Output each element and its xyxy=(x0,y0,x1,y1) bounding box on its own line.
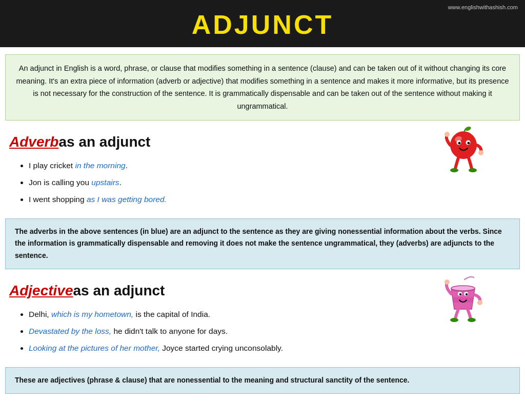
bullet-highlight: Looking at the pictures of her mother, xyxy=(29,344,160,352)
adjective-section-inner: Adjective as an adjunct Delhi, which is … xyxy=(9,283,516,356)
bullet-highlight: which is my hometown, xyxy=(51,310,133,318)
svg-point-6 xyxy=(468,142,470,144)
bullet-before: I play cricket xyxy=(29,161,75,170)
page-title: ADJUNCT xyxy=(5,9,520,40)
adverb-heading-black: as an adjunct xyxy=(58,134,150,150)
adjective-heading: Adjective as an adjunct xyxy=(9,283,449,299)
adverb-section-inner: Adverb as an adjunct I play cricket in t… xyxy=(9,134,516,207)
bullet-after: . xyxy=(119,178,122,187)
adjective-bullet-list: Delhi, which is my hometown, is the capi… xyxy=(29,306,449,356)
bullet-highlight: Devastated by the loss, xyxy=(29,327,111,335)
definition-text: An adjunct in English is a word, phrase,… xyxy=(16,64,509,110)
svg-point-8 xyxy=(478,150,483,155)
svg-point-20 xyxy=(468,318,476,322)
adjective-info-box: These are adjectives (phrase & clause) t… xyxy=(5,367,520,394)
svg-point-16 xyxy=(466,293,468,295)
bullet-before: Jon is calling you xyxy=(29,178,91,187)
bullet-highlight: upstairs xyxy=(91,178,119,187)
apple-character xyxy=(443,126,484,176)
adjective-heading-black: as an adjunct xyxy=(73,283,165,299)
svg-point-12 xyxy=(451,286,475,291)
list-item: Jon is calling you upstairs. xyxy=(29,174,449,190)
bullet-highlight: as I was getting bored. xyxy=(87,195,167,204)
svg-point-18 xyxy=(477,300,482,305)
bullet-before: Delhi, xyxy=(29,310,51,318)
bucket-character xyxy=(442,274,484,325)
adverb-section: Adverb as an adjunct I play cricket in t… xyxy=(0,126,525,213)
svg-point-0 xyxy=(465,126,472,131)
adverb-heading: Adverb as an adjunct xyxy=(9,134,449,150)
adverb-heading-red: Adverb xyxy=(9,134,58,150)
list-item: Looking at the pictures of her mother, J… xyxy=(29,340,449,356)
adjective-heading-red: Adjective xyxy=(9,283,73,299)
adjective-section: Adjective as an adjunct Delhi, which is … xyxy=(0,274,525,362)
adverb-info-text: The adverbs in the above sentences (in b… xyxy=(15,227,502,260)
list-item: Devastated by the loss, he didn't talk t… xyxy=(29,323,449,339)
list-item: I went shopping as I was getting bored. xyxy=(29,191,449,207)
bullet-after: Joyce started crying unconsolably. xyxy=(160,344,283,352)
svg-point-9 xyxy=(450,168,458,172)
website-url: www.englishwithashish.com xyxy=(448,4,518,10)
svg-point-10 xyxy=(469,168,477,172)
svg-point-19 xyxy=(450,318,458,322)
definition-box: An adjunct in English is a word, phrase,… xyxy=(5,54,520,121)
adverb-info-box: The adverbs in the above sentences (in b… xyxy=(5,218,520,269)
adverb-bullet-list: I play cricket in the morning. Jon is ca… xyxy=(29,157,449,207)
svg-point-17 xyxy=(445,279,450,285)
svg-point-5 xyxy=(458,142,461,144)
svg-point-7 xyxy=(445,132,450,137)
svg-point-1 xyxy=(450,131,477,159)
page-header: ADJUNCT www.englishwithashish.com xyxy=(0,0,525,47)
bullet-after: . xyxy=(126,161,128,170)
bullet-after: is the capital of India. xyxy=(133,310,210,318)
bullet-highlight: in the morning xyxy=(75,161,125,170)
adjective-info-text: These are adjectives (phrase & clause) t… xyxy=(15,376,409,384)
bullet-before: I went shopping xyxy=(29,195,87,204)
list-item: Delhi, which is my hometown, is the capi… xyxy=(29,306,449,322)
svg-point-15 xyxy=(459,293,461,295)
list-item: I play cricket in the morning. xyxy=(29,157,449,173)
bullet-after: he didn't talk to anyone for days. xyxy=(111,327,228,335)
